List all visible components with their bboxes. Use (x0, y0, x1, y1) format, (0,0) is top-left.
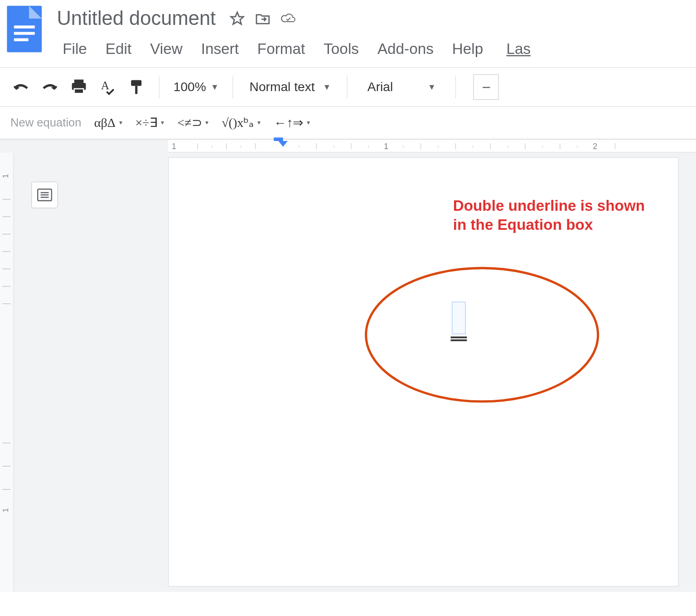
chevron-down-icon: ▾ (119, 119, 123, 126)
svg-rect-6 (135, 86, 137, 94)
eq-ops-dropdown[interactable]: ×÷∃▾ (135, 115, 164, 130)
app-header: Untitled document File Edit View Insert … (0, 0, 696, 62)
docs-logo-icon[interactable] (7, 6, 42, 52)
menu-addons[interactable]: Add-ons (368, 37, 443, 62)
eq-math-dropdown[interactable]: √()xᵇₐ▾ (222, 115, 261, 130)
print-button[interactable] (66, 74, 92, 100)
svg-rect-5 (131, 80, 141, 86)
chevron-down-icon: ▼ (323, 82, 331, 92)
chevron-down-icon: ▼ (211, 82, 219, 92)
svg-marker-0 (231, 12, 244, 24)
star-icon[interactable] (230, 11, 245, 26)
menu-file[interactable]: File (53, 37, 97, 62)
eq-greek-dropdown[interactable]: αβΔ▾ (94, 115, 123, 130)
chevron-down-icon: ▼ (428, 82, 436, 92)
font-value: Arial (367, 79, 393, 94)
move-icon[interactable] (255, 11, 270, 26)
double-underline-icon (451, 335, 467, 341)
menu-tools[interactable]: Tools (314, 37, 368, 62)
new-equation-button[interactable]: New equation (10, 116, 82, 129)
menu-view[interactable]: View (141, 37, 192, 62)
annotation-ellipse (360, 262, 604, 407)
spellcheck-button[interactable]: A (95, 74, 121, 100)
menu-format[interactable]: Format (248, 37, 314, 62)
document-title[interactable]: Untitled document (53, 6, 219, 31)
chevron-down-icon: ▾ (257, 119, 261, 126)
paint-format-button[interactable] (124, 74, 150, 100)
menu-help[interactable]: Help (443, 37, 492, 62)
left-indent-marker[interactable] (278, 141, 287, 147)
primary-toolbar: A 100% ▼ Normal text ▼ Arial ▼ − (0, 67, 696, 107)
style-value: Normal text (250, 79, 315, 94)
chevron-down-icon: ▾ (205, 119, 209, 126)
menu-insert[interactable]: Insert (192, 37, 248, 62)
menu-bar: File Edit View Insert Format Tools Add-o… (53, 37, 536, 62)
vertical-ruler[interactable]: 1 1 (0, 153, 14, 592)
svg-point-11 (366, 268, 598, 401)
document-workspace: 1 1 1 1 (0, 139, 696, 592)
annotation-text: Double underline is shown in the Equatio… (453, 196, 662, 234)
svg-text:A: A (101, 79, 110, 92)
redo-button[interactable] (37, 74, 63, 100)
horizontal-ruler[interactable]: 1 1 2 (168, 140, 696, 152)
zoom-dropdown[interactable]: 100% ▼ (169, 79, 223, 94)
cloud-status-icon[interactable] (281, 11, 296, 26)
chevron-down-icon: ▾ (161, 119, 164, 126)
document-outline-button[interactable] (31, 182, 58, 209)
last-edit-link[interactable]: Las (493, 37, 536, 62)
equation-input-box[interactable] (452, 302, 466, 335)
paragraph-style-dropdown[interactable]: Normal text ▼ (242, 79, 338, 94)
menu-edit[interactable]: Edit (96, 37, 140, 62)
zoom-value: 100% (174, 79, 206, 94)
svg-rect-3 (74, 89, 83, 93)
equation-toolbar: New equation αβΔ▾ ×÷∃▾ <≠⊃▾ √()xᵇₐ▾ ←↑⇒▾ (0, 107, 696, 140)
font-dropdown[interactable]: Arial ▼ (357, 79, 446, 94)
eq-arrows-dropdown[interactable]: ←↑⇒▾ (274, 115, 310, 130)
chevron-down-icon: ▾ (307, 119, 310, 126)
first-line-indent-marker[interactable] (274, 137, 283, 141)
svg-rect-1 (74, 79, 83, 83)
document-page[interactable]: Double underline is shown in the Equatio… (168, 157, 678, 587)
decrease-font-size-button[interactable]: − (474, 74, 499, 100)
undo-button[interactable] (8, 74, 34, 100)
eq-relations-dropdown[interactable]: <≠⊃▾ (177, 115, 209, 130)
